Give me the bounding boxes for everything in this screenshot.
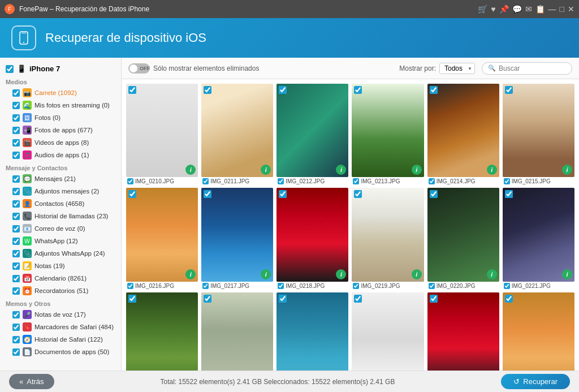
photo-checkbox[interactable] — [204, 190, 211, 198]
photo-checkbox[interactable] — [128, 86, 136, 94]
sidebar-item-audios-apps[interactable]: 🎵 Audios de apps (1) — [0, 149, 121, 161]
photo-info-btn[interactable]: i — [412, 269, 422, 279]
photo-cell[interactable]: i IMG_0212.JPG — [276, 84, 348, 184]
photo-checkbox[interactable] — [430, 190, 438, 198]
photo-checkbox[interactable] — [505, 295, 513, 303]
photo-checkbox[interactable] — [354, 86, 362, 94]
docs-apps-icon: 📄 — [23, 347, 32, 356]
photo-label-checkbox[interactable] — [127, 283, 133, 289]
photo-checkbox[interactable] — [279, 86, 287, 94]
photo-cell[interactable]: i IMG_0214.JPG — [427, 84, 499, 184]
select-wrapper[interactable]: Todos — [439, 63, 475, 74]
pin-icon[interactable]: 📌 — [499, 5, 509, 14]
photo-cell[interactable]: i IMG_0227.JPG — [503, 292, 574, 371]
photo-label-checkbox[interactable] — [127, 178, 133, 184]
photo-checkbox[interactable] — [279, 190, 287, 198]
sidebar-item-contactos[interactable]: 👤 Contactos (4658) — [0, 197, 121, 210]
mail-icon[interactable]: ✉ — [525, 5, 532, 14]
photo-info-btn[interactable]: i — [412, 165, 422, 175]
photo-cell[interactable]: i IMG_0224.JPG — [276, 292, 348, 371]
photo-checkbox[interactable] — [505, 86, 513, 94]
sidebar-item-mensajes[interactable]: 💬 Mensajes (21) — [0, 173, 121, 185]
photo-cell[interactable]: i IMG_0216.JPG — [126, 188, 198, 288]
device-checkbox[interactable] — [6, 65, 14, 73]
sidebar-item-notas[interactable]: 📝 Notas (19) — [0, 260, 121, 272]
sidebar-item-videos-apps[interactable]: 🎬 Videos de apps (8) — [0, 136, 121, 149]
back-button[interactable]: « Atrás — [9, 374, 54, 389]
minimize-btn[interactable]: — — [548, 5, 556, 14]
photo-checkbox[interactable] — [128, 295, 136, 303]
photo-label-checkbox[interactable] — [429, 178, 435, 184]
heart-icon[interactable]: ♥ — [491, 5, 495, 14]
photo-wrapper: i — [276, 188, 348, 281]
whatsapp-icon: W — [23, 236, 32, 245]
search-input[interactable] — [499, 64, 567, 72]
photo-cell[interactable]: i IMG_0218.JPG — [276, 188, 348, 288]
photo-label-checkbox[interactable] — [353, 178, 359, 184]
sidebar-item-fotos[interactable]: 🖼 Fotos (0) — [0, 111, 121, 124]
photo-info-btn[interactable]: i — [336, 269, 346, 279]
photo-image — [503, 292, 574, 371]
sidebar-item-whatsapp-adj[interactable]: 📎 Adjuntos WhatsApp (24) — [0, 247, 121, 260]
sidebar-item-correo[interactable]: 📧 Correo de voz (0) — [0, 222, 121, 235]
photo-label-checkbox[interactable] — [278, 178, 284, 184]
photo-cell[interactable]: i IMG_0223.JPG — [201, 292, 273, 371]
photo-cell[interactable]: i IMG_0210.JPG — [126, 84, 198, 184]
photo-label-checkbox[interactable] — [202, 178, 209, 184]
photo-checkbox[interactable] — [354, 295, 362, 303]
photo-label-checkbox[interactable] — [353, 283, 359, 289]
videos-apps-label: Videos de apps (8) — [34, 139, 89, 146]
photo-info-btn[interactable]: i — [562, 269, 572, 279]
sidebar-item-docs-apps[interactable]: 📄 Documentos de apps (50) — [0, 346, 121, 358]
photo-checkbox[interactable] — [204, 86, 211, 94]
photo-cell[interactable]: i IMG_0220.JPG — [427, 188, 499, 288]
sidebar-item-llamadas[interactable]: 📞 Historial de llamadas (23) — [0, 210, 121, 222]
photo-checkbox[interactable] — [204, 295, 211, 303]
photo-cell[interactable]: i IMG_0222.JPG — [126, 292, 198, 371]
photo-checkbox[interactable] — [354, 190, 362, 198]
photo-label-checkbox[interactable] — [429, 283, 435, 289]
sidebar-item-recordatorios[interactable]: ⏰ Recordatorios (51) — [0, 285, 121, 297]
photo-checkbox[interactable] — [430, 295, 438, 303]
sidebar-item-whatsapp[interactable]: W WhatsApp (12) — [0, 235, 121, 247]
photo-checkbox[interactable] — [279, 295, 287, 303]
photo-info-btn[interactable]: i — [185, 269, 196, 279]
photo-cell[interactable]: i IMG_0226.JPG — [427, 292, 499, 371]
photo-label: IMG_0212.JPG — [276, 178, 348, 184]
toggle-track[interactable]: OFF — [128, 63, 150, 74]
photo-info-btn[interactable]: i — [487, 269, 497, 279]
photo-cell[interactable]: i IMG_0211.JPG — [201, 84, 273, 184]
sidebar-item-notas-voz[interactable]: 🎤 Notas de voz (17) — [0, 308, 121, 321]
close-btn[interactable]: ✕ — [568, 5, 574, 14]
photo-label-checkbox[interactable] — [504, 283, 510, 289]
photo-checkbox[interactable] — [505, 190, 513, 198]
photo-image — [201, 84, 273, 177]
chat-icon[interactable]: 💬 — [512, 5, 522, 14]
photo-label-checkbox[interactable] — [504, 178, 510, 184]
photo-checkbox[interactable] — [430, 86, 438, 94]
photo-info-btn[interactable]: i — [261, 269, 271, 279]
photo-cell[interactable]: i IMG_0215.JPG — [503, 84, 574, 184]
photo-cell[interactable]: i IMG_0225.JPG — [352, 292, 424, 371]
sidebar-item-streaming[interactable]: 🌊 Mis fotos en streaming (0) — [0, 99, 121, 111]
sidebar-item-adjuntos[interactable]: 📎 Adjuntos mensajes (2) — [0, 185, 121, 197]
photo-cell[interactable]: i IMG_0217.JPG — [201, 188, 273, 288]
photo-cell[interactable]: i IMG_0219.JPG — [352, 188, 424, 288]
toggle-switch[interactable]: OFF Sólo mostrar elementos eliminados — [128, 63, 259, 74]
cart-icon[interactable]: 🛒 — [478, 5, 487, 14]
photo-label-checkbox[interactable] — [202, 283, 209, 289]
sidebar-item-historial-safari[interactable]: 🧭 Historial de Safari (122) — [0, 333, 121, 346]
maximize-btn[interactable]: □ — [560, 5, 564, 14]
photo-checkbox[interactable] — [128, 190, 136, 198]
sidebar-item-fotos-apps[interactable]: 📲 Fotos de apps (677) — [0, 124, 121, 136]
photo-label-checkbox[interactable] — [278, 283, 284, 289]
photo-cell[interactable]: i IMG_0213.JPG — [352, 84, 424, 184]
clipboard-icon[interactable]: 📋 — [535, 5, 545, 14]
filter-select[interactable]: Todos — [439, 63, 475, 74]
sidebar-item-calendario[interactable]: 📅 Calendario (8261) — [0, 272, 121, 285]
photo-cell[interactable]: i IMG_0221.JPG — [503, 188, 574, 288]
sidebar-item-marcadores[interactable]: 🔖 Marcadores de Safari (484) — [0, 321, 121, 333]
sidebar-item-carrete[interactable]: 📷 Carrete (1092) — [0, 87, 121, 99]
notas-voz-label: Notas de voz (17) — [34, 311, 86, 318]
recover-button[interactable]: ↺ Recuperar — [501, 374, 570, 389]
